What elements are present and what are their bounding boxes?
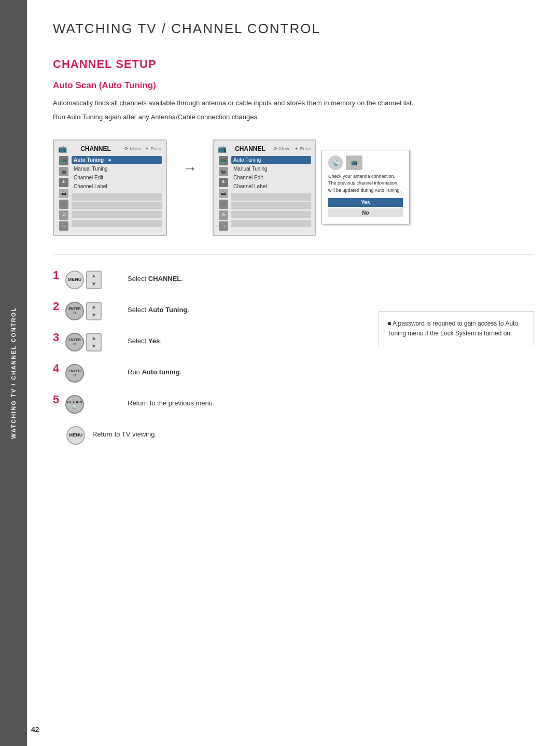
spacer-4 [72, 220, 162, 227]
screen1-header: 📺 CHANNEL ⟳ Move ✦ Enter [58, 145, 162, 153]
screen2-icon-col: 📺 🎬 👁 📷 🎵 ⚙ 🔧 [218, 156, 229, 231]
step-2-up-icon: ▲ [91, 304, 96, 309]
step-3-bold: Yes [148, 337, 160, 345]
icon-film: 🎬 [59, 167, 68, 176]
note-text: A password is required to gain access to… [387, 320, 518, 337]
steps-right: ■ A password is required to gain access … [379, 311, 534, 456]
screen2-icon-eye: 👁 [219, 178, 228, 187]
menu-item-channel-edit-1: Channel Edit [72, 174, 162, 181]
step-1-bold: CHANNEL [148, 275, 181, 283]
step-5-text: Return to the previous menu. [128, 394, 215, 409]
popup-yes-button[interactable]: Yes [328, 198, 403, 207]
steps-left: 1 MENU ▲ ▼ Select CHANNEL. 2 [53, 270, 379, 456]
sub-title: Auto Scan (Auto Tuning) [53, 80, 534, 91]
menu-item-auto-tuning-1: Auto Tuning ● [72, 156, 162, 164]
step-2-buttons: ENTER⊙ ▲ ▼ [65, 302, 102, 320]
screen2-panel: 📺 🎬 👁 📷 🎵 ⚙ 🔧 Auto Tuning Manual Tuning … [218, 156, 311, 231]
step-4: 4 ENTER⊙ Run Auto tuning. [53, 363, 379, 383]
popup-img: 📺 [346, 156, 362, 170]
spacer-1 [72, 193, 162, 201]
step-1-buttons: MENU ▲ ▼ [65, 271, 102, 289]
step-3-enter-btn[interactable]: ENTER⊙ [65, 333, 84, 351]
screen2-icon-setup: 🔧 [219, 221, 228, 231]
spacer-6 [231, 202, 311, 209]
body-text-1: Automatically finds all channels availab… [53, 98, 534, 109]
step-1-updown-btn[interactable]: ▲ ▼ [86, 271, 102, 289]
step-1-number: 1 [53, 270, 62, 281]
tv-screen-2: 📺 CHANNEL ⟳ Move ✦ Enter 📺 🎬 👁 📷 🎵 ⚙ [213, 139, 316, 236]
section-title: CHANNEL SETUP [53, 58, 534, 71]
down-arrow-icon: ▼ [91, 281, 96, 287]
note-box: ■ A password is required to gain access … [379, 311, 534, 346]
spacer-2 [72, 202, 162, 209]
step-4-bold: Auto tuning [142, 368, 179, 376]
step-3-text: Select Yes. [128, 332, 162, 346]
main-content: WATCHING TV / CHANNEL CONTROL CHANNEL SE… [27, 0, 560, 477]
step-1-number-area: 1 MENU ▲ ▼ [53, 270, 120, 289]
screen2-icon-tv: 📺 [219, 156, 228, 165]
screen2-icon-others: ⚙ [219, 210, 228, 220]
step-3-buttons: ENTER⊙ ▲ ▼ [65, 333, 102, 351]
step-3-number: 3 [53, 332, 62, 343]
step-1: 1 MENU ▲ ▼ Select CHANNEL. [53, 270, 379, 289]
screen1-panel: 📺 🎬 👁 📷 🎵 ⚙ 🔧 Auto Tuning ● Manual Tunin… [58, 156, 162, 231]
divider [53, 255, 534, 255]
menu-item-manual-tuning-1: Manual Tuning [72, 165, 162, 173]
spacer-5 [231, 193, 311, 201]
icon-setup: 🔧 [59, 221, 68, 231]
menu-item-manual-tuning-2: Manual Tuning [231, 165, 311, 173]
screen2-icon-photo: 📷 [219, 189, 228, 198]
step-extra: MENU Return to TV viewing. [66, 425, 379, 445]
spacer-rows-1 [72, 193, 162, 227]
up-arrow-icon: ▲ [91, 273, 96, 278]
step-3-number-area: 3 ENTER⊙ ▲ ▼ [53, 332, 120, 351]
sidebar-text: WATCHING TV / CHANNEL CONTROL [10, 307, 17, 439]
step-2-enter-btn[interactable]: ENTER⊙ [65, 302, 84, 320]
screen2-icon: 📺 [218, 145, 227, 153]
body-text-2: Run Auto Tuning again after any Antenna/… [53, 112, 534, 123]
step-1-menu-btn[interactable]: MENU [65, 271, 84, 289]
popup-no-button[interactable]: No [328, 208, 403, 217]
screen1-title: CHANNEL [80, 145, 111, 152]
step-1-text: Select CHANNEL. [128, 270, 183, 284]
menu-item-channel-label-2: Channel Label [231, 182, 311, 190]
arrow-symbol: → [183, 160, 197, 177]
page-title: WATCHING TV / CHANNEL CONTROL [53, 21, 534, 42]
arrow: → [183, 139, 197, 177]
step-extra-text: Return to TV viewing. [92, 425, 157, 440]
spacer-8 [231, 220, 311, 227]
step-2-number: 2 [53, 301, 62, 312]
step-3-down-icon: ▼ [91, 343, 96, 349]
menu-item-channel-label-1: Channel Label [72, 182, 162, 190]
icon-tv: 📺 [59, 156, 68, 165]
step-5-buttons: RETURN🔄 [65, 395, 84, 414]
step-2: 2 ENTER⊙ ▲ ▼ Select Auto Tuning. [53, 301, 379, 320]
step-2-text: Select Auto Tuning. [128, 301, 189, 315]
step-3: 3 ENTER⊙ ▲ ▼ Select Yes. [53, 332, 379, 351]
step-2-down-icon: ▼ [91, 312, 96, 318]
icon-music: 🎵 [59, 200, 68, 209]
screen1-icon-col: 📺 🎬 👁 📷 🎵 ⚙ 🔧 [58, 156, 69, 231]
step-3-updown-btn[interactable]: ▲ ▼ [86, 333, 102, 351]
menu-item-channel-edit-2: Channel Edit [231, 174, 311, 181]
icon-eye: 👁 [59, 178, 68, 187]
popup-icon-row: 📡 📺 [328, 156, 403, 170]
note-bullet: ■ [387, 320, 393, 327]
icon-others: ⚙ [59, 210, 68, 220]
step-4-text: Run Auto tuning. [128, 363, 181, 377]
step-extra-buttons: MENU [66, 426, 85, 445]
step-2-bold: Auto Tuning [148, 306, 188, 314]
step-3-up-icon: ▲ [91, 335, 96, 341]
screenshots-area: 📺 CHANNEL ⟳ Move ✦ Enter 📺 🎬 👁 📷 🎵 ⚙ 🔧 [53, 139, 534, 236]
step-5: 5 RETURN🔄 Return to the previous menu. [53, 394, 379, 414]
step-extra-menu-btn[interactable]: MENU [66, 426, 85, 445]
step-5-return-btn[interactable]: RETURN🔄 [65, 395, 84, 414]
popup-antenna-icon: 📡 [328, 156, 343, 170]
step-2-updown-btn[interactable]: ▲ ▼ [86, 302, 102, 320]
screen2-icon-music: 🎵 [219, 200, 228, 209]
popup-box: 📡 📺 Check your antenna connection. The p… [321, 150, 410, 225]
step-4-number-area: 4 ENTER⊙ [53, 363, 120, 383]
tv-screen-1: 📺 CHANNEL ⟳ Move ✦ Enter 📺 🎬 👁 📷 🎵 ⚙ 🔧 [53, 139, 167, 236]
step-5-number: 5 [53, 394, 62, 405]
step-4-enter-btn[interactable]: ENTER⊙ [65, 364, 84, 383]
